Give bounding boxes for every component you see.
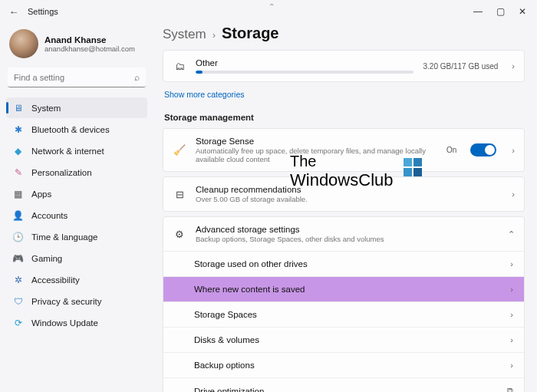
nav-item-personalization[interactable]: ✎Personalization — [6, 162, 147, 183]
cleanup-title: Cleanup recommendations — [196, 185, 502, 194]
chevron-right-icon: › — [510, 361, 513, 370]
sense-state: On — [446, 146, 456, 154]
sub-drive-optimization[interactable]: Drive optimization⧉ — [163, 377, 524, 392]
chevron-right-icon: › — [512, 189, 515, 199]
accessibility-icon: ✲ — [12, 274, 24, 285]
sense-toggle[interactable] — [470, 143, 496, 156]
minimize-button[interactable]: — — [473, 6, 483, 17]
sub-storage-other-drives[interactable]: Storage used on other drives› — [163, 251, 524, 276]
search-input[interactable] — [8, 68, 146, 87]
nav-label: Personalization — [31, 168, 92, 177]
privacy-security-icon: 🛡 — [12, 295, 24, 307]
other-title: Other — [196, 58, 413, 68]
show-more-link[interactable]: Show more categories — [164, 90, 244, 99]
nav-item-apps[interactable]: ▦Apps — [6, 183, 147, 204]
search-icon: ⌕ — [134, 72, 140, 83]
breadcrumb-parent[interactable]: System — [163, 27, 206, 42]
other-usage: 3.20 GB/117 GB used — [423, 62, 498, 71]
chevron-right-icon: › — [510, 285, 513, 294]
nav-label: Accounts — [31, 211, 68, 220]
nav-label: Bluetooth & devices — [31, 125, 110, 134]
network-internet-icon: ◆ — [12, 145, 24, 156]
back-button[interactable]: ← — [6, 6, 21, 18]
nav-label: Apps — [31, 189, 51, 199]
window-title: Settings — [28, 7, 58, 16]
nav-label: Time & language — [31, 232, 98, 242]
sub-disks-volumes[interactable]: Disks & volumes› — [163, 327, 524, 352]
nav-label: Network & internet — [31, 147, 104, 156]
sub-backup-options[interactable]: Backup options› — [163, 352, 524, 377]
profile-name: Anand Khanse — [44, 35, 135, 44]
storage-sense-card[interactable]: 🧹 Storage Sense Automatically free up sp… — [163, 128, 525, 172]
breadcrumb: System › Storage — [163, 25, 525, 42]
system-icon: 🖥 — [12, 102, 24, 114]
search-box[interactable]: ⌕ — [8, 68, 146, 87]
advanced-header[interactable]: ⚙ Advanced storage settings Backup optio… — [163, 217, 524, 251]
nav-list: 🖥System✱Bluetooth & devices◆Network & in… — [6, 97, 147, 334]
sidebar: Anand Khanse anandkhanse@hotmail.com ⌕ 🖥… — [0, 23, 153, 392]
personalization-icon: ✎ — [12, 166, 24, 178]
avatar — [9, 29, 38, 58]
nav-label: Accessibility — [31, 275, 80, 285]
external-link-icon: ⧉ — [507, 386, 513, 392]
other-icon: 🗂 — [173, 61, 186, 72]
advanced-sub: Backup options, Storage Spaces, other di… — [196, 235, 499, 243]
other-card[interactable]: 🗂 Other 3.20 GB/117 GB used › — [163, 50, 525, 82]
chevron-right-icon: › — [512, 61, 515, 71]
chevron-right-icon: › — [512, 146, 515, 155]
chevron-right-icon: › — [212, 29, 216, 41]
bluetooth-devices-icon: ✱ — [12, 124, 24, 135]
nav-item-accessibility[interactable]: ✲Accessibility — [6, 269, 147, 290]
chevron-right-icon: › — [510, 335, 513, 344]
nav-item-gaming[interactable]: 🎮Gaming — [6, 248, 147, 268]
sub-storage-spaces[interactable]: Storage Spaces› — [163, 301, 524, 327]
apps-icon: ▦ — [12, 188, 24, 199]
accounts-icon: 👤 — [12, 209, 24, 221]
chevron-up-icon: ⌃ — [508, 229, 515, 239]
nav-item-privacy-security[interactable]: 🛡Privacy & security — [6, 291, 147, 311]
usage-bar — [196, 71, 413, 74]
nav-label: System — [31, 104, 61, 113]
gear-icon: ⚙ — [173, 229, 186, 240]
sense-sub: Automatically free up space, delete temp… — [196, 147, 437, 163]
nav-item-bluetooth-devices[interactable]: ✱Bluetooth & devices — [6, 119, 147, 140]
main-content: System › Storage 🗂 Other 3.20 GB/117 GB … — [153, 23, 537, 392]
nav-item-time-language[interactable]: 🕒Time & language — [6, 226, 147, 247]
nav-item-windows-update[interactable]: ⟳Windows Update — [6, 312, 147, 333]
cleanup-card[interactable]: ⊟ Cleanup recommendations Over 5.00 GB o… — [163, 176, 525, 212]
page-title: Storage — [222, 25, 278, 42]
nav-label: Privacy & security — [31, 297, 101, 306]
maximize-button[interactable]: ▢ — [496, 6, 505, 17]
profile-block[interactable]: Anand Khanse anandkhanse@hotmail.com — [6, 26, 147, 68]
advanced-title: Advanced storage settings — [196, 225, 499, 234]
profile-email: anandkhanse@hotmail.com — [44, 44, 135, 53]
section-heading: Storage management — [164, 113, 525, 122]
disk-icon: ⊟ — [173, 189, 186, 200]
nav-item-system[interactable]: 🖥System — [6, 97, 147, 118]
advanced-card: ⚙ Advanced storage settings Backup optio… — [163, 216, 525, 392]
nav-label: Gaming — [31, 254, 62, 263]
time-language-icon: 🕒 — [12, 231, 24, 242]
nav-label: Windows Update — [31, 318, 98, 328]
sub-where-new-content[interactable]: Where new content is saved› — [163, 276, 524, 301]
sense-title: Storage Sense — [196, 137, 437, 146]
cleanup-sub: Over 5.00 GB of storage available. — [196, 195, 502, 203]
chevron-right-icon: › — [510, 310, 513, 319]
gaming-icon: 🎮 — [12, 252, 24, 264]
broom-icon: 🧹 — [173, 144, 186, 156]
nav-item-accounts[interactable]: 👤Accounts — [6, 205, 147, 226]
close-button[interactable]: ✕ — [519, 6, 526, 17]
windows-update-icon: ⟳ — [12, 317, 24, 328]
chevron-right-icon: › — [510, 259, 513, 268]
nav-item-network-internet[interactable]: ◆Network & internet — [6, 140, 147, 161]
window-grip: ⌃ — [268, 2, 275, 11]
